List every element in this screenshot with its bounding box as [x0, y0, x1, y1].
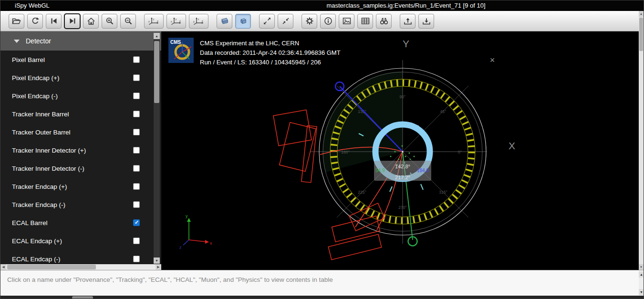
view-axes-3-button[interactable]: xzy — [189, 14, 208, 29]
ispy-webgl-window: iSpy WebGL masterclass_samples.ig:Events… — [0, 0, 644, 299]
checkbox[interactable] — [133, 201, 140, 208]
info-button[interactable] — [320, 14, 336, 29]
sidebar-item-tracker-inner-detector-minus[interactable]: Tracker Inner Detector (-) — [0, 159, 161, 177]
x-axis-label: X — [509, 140, 515, 151]
checkbox[interactable] — [133, 237, 140, 244]
axes-icon: yxz — [148, 17, 160, 25]
close-icon[interactable]: × — [488, 55, 497, 65]
sidebar-item-tracker-inner-barrel[interactable]: Tracker Inner Barrel — [0, 105, 161, 123]
browse-button[interactable] — [376, 14, 392, 29]
binoculars-icon — [380, 17, 388, 25]
event-display-viewport[interactable]: 0° 45° 90° 135° 180° 225° 270° 315° — [161, 31, 640, 270]
scroll-right-arrow[interactable]: ▶ — [156, 264, 161, 270]
checkbox[interactable] — [133, 56, 140, 63]
view-axes-2-button[interactable]: yzx — [166, 14, 186, 29]
detector-sidebar: Detector Pixel Barrel Pixel Endcap (+) P… — [0, 31, 161, 270]
checkbox[interactable] — [133, 165, 140, 172]
previous-event-button[interactable] — [46, 14, 62, 29]
sidebar-item-ecal-endcap-plus[interactable]: ECAL Endcap (+) — [0, 232, 161, 250]
zoom-in-button[interactable] — [102, 14, 117, 29]
angle-bottom-value: 217.2° — [395, 175, 410, 180]
checkbox[interactable] — [133, 147, 140, 154]
zoom-out-button[interactable] — [120, 14, 136, 29]
data-recorded-line: Data recorded: 2011-Apr-24 02:36:41.9968… — [200, 48, 341, 58]
home-icon — [87, 17, 95, 25]
scrollbar-thumb[interactable] — [72, 296, 93, 299]
sidebar-item-label: Pixel Endcap (-) — [12, 93, 58, 100]
svg-text:z: z — [179, 20, 181, 22]
next-event-button[interactable] — [64, 14, 80, 29]
scrollbar-thumb[interactable] — [154, 41, 159, 103]
refresh-icon — [31, 17, 40, 25]
checkbox[interactable] — [133, 219, 140, 226]
settings-button[interactable] — [301, 14, 317, 29]
gizmo-y-label: y — [186, 214, 188, 218]
sidebar-item-label: Tracker Inner Detector (-) — [12, 165, 84, 172]
gear-icon — [305, 17, 314, 25]
sidebar-header-label: Detector — [26, 37, 51, 45]
checkbox[interactable] — [133, 183, 140, 190]
folder-icon — [12, 17, 21, 25]
svg-text:z: z — [202, 20, 203, 22]
scroll-up-arrow[interactable]: ▲ — [639, 11, 644, 17]
tables-button[interactable] — [357, 14, 373, 29]
event-info-lines: CMS Experiment at the LHC, CERN Data rec… — [200, 38, 341, 67]
checkbox[interactable] — [133, 256, 140, 262]
scroll-down-arrow[interactable]: ▼ — [639, 264, 644, 270]
svg-text:0°: 0° — [458, 150, 462, 155]
checkbox[interactable] — [133, 93, 140, 99]
axes-icon: xzy — [193, 17, 205, 25]
scroll-down-arrow[interactable]: ▼ — [639, 289, 644, 295]
sidebar-item-label: ECAL Endcap (+) — [12, 237, 62, 245]
table-hint-panel: Click on a name under "Provenance", "Tra… — [0, 270, 644, 296]
view-axes-1-button[interactable]: yxz — [144, 14, 164, 29]
svg-text:x: x — [171, 20, 172, 23]
enlarge-button[interactable] — [259, 14, 275, 29]
cms-logo-text: CMS — [170, 40, 181, 45]
svg-text:45°: 45° — [440, 109, 447, 114]
orientation-axes: y x z — [179, 214, 212, 250]
svg-text:x: x — [157, 20, 158, 22]
screenshot-button[interactable] — [339, 14, 354, 29]
sidebar-item-ecal-barrel[interactable]: ECAL Barrel — [0, 214, 161, 232]
orthographic-camera-button[interactable] — [235, 14, 251, 29]
svg-text:x: x — [197, 18, 199, 21]
sidebar-horizontal-scrollbar[interactable]: ◀ ▶ — [0, 264, 161, 270]
scrollbar-thumb[interactable] — [7, 265, 96, 269]
bottom-panel-scrollbar[interactable]: ▲ ▼ — [639, 271, 644, 295]
sidebar-vertical-scrollbar[interactable]: ▲ ▼ — [154, 33, 160, 264]
home-view-button[interactable] — [83, 14, 99, 29]
checkbox[interactable] — [133, 111, 140, 117]
sidebar-item-tracker-endcap-plus[interactable]: Tracker Endcap (+) — [0, 177, 161, 196]
sidebar-item-pixel-endcap-plus[interactable]: Pixel Endcap (+) — [0, 69, 161, 87]
sidebar-item-pixel-endcap-minus[interactable]: Pixel Endcap (-) — [0, 87, 161, 105]
zoom-in-icon — [105, 17, 114, 25]
zoom-out-icon — [124, 17, 133, 25]
main-vertical-scrollbar[interactable]: ▲ ▼ — [639, 11, 644, 270]
open-file-button[interactable] — [9, 14, 24, 29]
scroll-up-arrow[interactable]: ▲ — [154, 33, 160, 39]
image-icon — [343, 17, 351, 25]
table-icon — [361, 17, 370, 25]
checkbox[interactable] — [133, 129, 140, 135]
sidebar-item-tracker-outer-barrel[interactable]: Tracker Outer Barrel — [0, 123, 161, 141]
sidebar-item-tracker-endcap-minus[interactable]: Tracker Endcap (-) — [0, 196, 161, 214]
angle-top-value: 142.8° — [395, 164, 410, 169]
checkbox[interactable] — [133, 74, 140, 81]
shrink-button[interactable] — [278, 14, 293, 29]
sidebar-item-tracker-inner-detector-plus[interactable]: Tracker Inner Detector (+) — [0, 141, 161, 159]
page-horizontal-scrollbar[interactable] — [0, 296, 644, 299]
event-display[interactable]: 0° 45° 90° 135° 180° 225° 270° 315° — [161, 31, 640, 270]
scrollbar-thumb[interactable] — [639, 18, 643, 51]
scroll-left-arrow[interactable]: ◀ — [0, 264, 6, 270]
scroll-up-arrow[interactable]: ▲ — [639, 271, 644, 278]
sidebar-header-detector[interactable]: Detector — [0, 31, 161, 51]
reload-button[interactable] — [27, 14, 43, 29]
import-button[interactable] — [400, 14, 415, 29]
sidebar-item-label: Pixel Endcap (+) — [12, 74, 59, 82]
scroll-down-arrow[interactable]: ▼ — [154, 258, 160, 264]
sidebar-item-label: Tracker Inner Barrel — [12, 111, 69, 118]
perspective-camera-button[interactable] — [217, 14, 232, 29]
export-button[interactable] — [418, 14, 434, 29]
sidebar-item-pixel-barrel[interactable]: Pixel Barrel — [0, 51, 161, 69]
